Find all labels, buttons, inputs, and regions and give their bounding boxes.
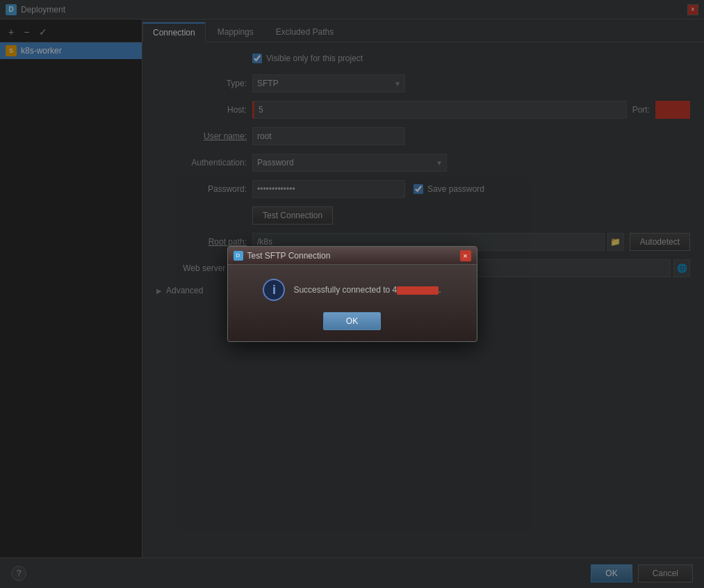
modal-overlay: D Test SFTP Connection × i Successfully … [0, 0, 704, 588]
dialog-icon: D [234, 251, 243, 261]
dialog-ok-button[interactable]: OK [323, 312, 381, 330]
dialog-message-prefix: Successfully connected to 4 [293, 285, 397, 295]
redacted-host [397, 286, 439, 295]
dialog-title: Test SFTP Connection [247, 251, 331, 261]
dialog-message-suffix: . [439, 285, 441, 295]
info-icon: i [263, 279, 285, 301]
dialog-message-row: i Successfully connected to 4. [263, 279, 441, 301]
dialog-message: Successfully connected to 4. [293, 285, 441, 295]
dialog-title-left: D Test SFTP Connection [234, 251, 331, 261]
dialog: D Test SFTP Connection × i Successfully … [227, 246, 477, 342]
dialog-title-bar: D Test SFTP Connection × [228, 247, 477, 265]
dialog-body: i Successfully connected to 4. OK [228, 265, 477, 341]
dialog-close-button[interactable]: × [460, 250, 471, 261]
